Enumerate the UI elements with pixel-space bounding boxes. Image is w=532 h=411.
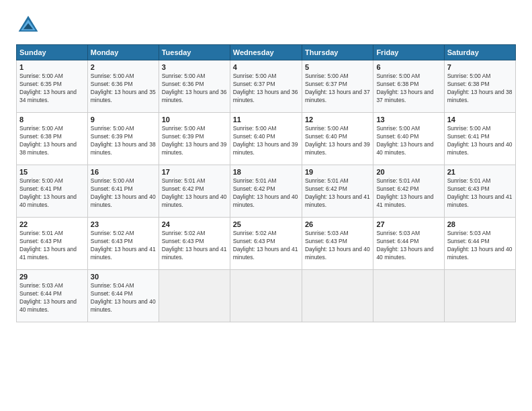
- day-number: 5: [305, 63, 370, 71]
- day-info: Sunrise: 5:01 AMSunset: 6:42 PMDaylight:…: [233, 177, 299, 210]
- day-info: Sunrise: 5:01 AMSunset: 6:42 PMDaylight:…: [305, 177, 370, 210]
- day-number: 4: [233, 63, 299, 71]
- calendar-cell: 23Sunrise: 5:02 AMSunset: 6:43 PMDayligh…: [87, 218, 159, 270]
- day-number: 15: [19, 168, 85, 176]
- day-number: 11: [233, 116, 299, 124]
- day-number: 26: [305, 220, 370, 228]
- day-number: 24: [162, 220, 227, 228]
- calendar-cell: 20Sunrise: 5:01 AMSunset: 6:42 PMDayligh…: [373, 165, 444, 218]
- day-info: Sunrise: 5:00 AMSunset: 6:36 PMDaylight:…: [162, 73, 227, 105]
- calendar-cell: 10Sunrise: 5:00 AMSunset: 6:39 PMDayligh…: [159, 113, 230, 165]
- day-number: 17: [162, 168, 227, 176]
- day-info: Sunrise: 5:03 AMSunset: 6:44 PMDaylight:…: [19, 282, 85, 314]
- day-number: 3: [162, 63, 227, 71]
- calendar-cell: [444, 270, 515, 322]
- calendar-header-sunday: Sunday: [17, 45, 88, 60]
- calendar-cell: 7Sunrise: 5:00 AMSunset: 6:38 PMDaylight…: [444, 60, 515, 113]
- calendar-week-row: 15Sunrise: 5:00 AMSunset: 6:41 PMDayligh…: [17, 165, 516, 218]
- day-info: Sunrise: 5:00 AMSunset: 6:38 PMDaylight:…: [376, 73, 441, 105]
- day-number: 1: [19, 63, 85, 71]
- day-info: Sunrise: 5:04 AMSunset: 6:44 PMDaylight:…: [91, 282, 156, 314]
- calendar-cell: 25Sunrise: 5:02 AMSunset: 6:43 PMDayligh…: [230, 218, 302, 270]
- day-info: Sunrise: 5:00 AMSunset: 6:40 PMDaylight:…: [305, 125, 370, 157]
- calendar-header-monday: Monday: [87, 45, 159, 60]
- calendar-header-tuesday: Tuesday: [159, 45, 230, 60]
- calendar-cell: 24Sunrise: 5:02 AMSunset: 6:43 PMDayligh…: [159, 218, 230, 270]
- calendar-cell: 8Sunrise: 5:00 AMSunset: 6:38 PMDaylight…: [17, 113, 88, 165]
- day-info: Sunrise: 5:00 AMSunset: 6:41 PMDaylight:…: [91, 177, 156, 210]
- calendar-cell: [230, 270, 302, 322]
- calendar-cell: 13Sunrise: 5:00 AMSunset: 6:40 PMDayligh…: [373, 113, 444, 165]
- day-info: Sunrise: 5:00 AMSunset: 6:38 PMDaylight:…: [19, 125, 85, 157]
- calendar-cell: [159, 270, 230, 322]
- calendar-cell: 16Sunrise: 5:00 AMSunset: 6:41 PMDayligh…: [87, 165, 159, 218]
- calendar-week-row: 22Sunrise: 5:01 AMSunset: 6:43 PMDayligh…: [17, 218, 516, 270]
- day-info: Sunrise: 5:00 AMSunset: 6:40 PMDaylight:…: [233, 125, 299, 157]
- day-number: 23: [91, 220, 156, 228]
- day-info: Sunrise: 5:03 AMSunset: 6:44 PMDaylight:…: [376, 230, 441, 262]
- calendar-header-thursday: Thursday: [302, 45, 373, 60]
- day-number: 22: [19, 220, 85, 228]
- day-number: 27: [376, 220, 441, 228]
- calendar-cell: 22Sunrise: 5:01 AMSunset: 6:43 PMDayligh…: [17, 218, 88, 270]
- day-info: Sunrise: 5:00 AMSunset: 6:36 PMDaylight:…: [91, 73, 156, 105]
- day-info: Sunrise: 5:00 AMSunset: 6:35 PMDaylight:…: [19, 73, 85, 105]
- calendar-cell: 21Sunrise: 5:01 AMSunset: 6:43 PMDayligh…: [444, 165, 515, 218]
- day-info: Sunrise: 5:02 AMSunset: 6:43 PMDaylight:…: [233, 230, 299, 262]
- day-info: Sunrise: 5:03 AMSunset: 6:43 PMDaylight:…: [305, 230, 370, 262]
- calendar-week-row: 1Sunrise: 5:00 AMSunset: 6:35 PMDaylight…: [17, 60, 516, 113]
- calendar-header-friday: Friday: [373, 45, 444, 60]
- calendar-header-wednesday: Wednesday: [230, 45, 302, 60]
- day-info: Sunrise: 5:00 AMSunset: 6:41 PMDaylight:…: [447, 125, 513, 157]
- calendar-cell: [373, 270, 444, 322]
- day-number: 28: [447, 220, 513, 228]
- day-number: 19: [305, 168, 370, 176]
- page: SundayMondayTuesdayWednesdayThursdayFrid…: [0, 0, 532, 333]
- calendar-cell: 19Sunrise: 5:01 AMSunset: 6:42 PMDayligh…: [302, 165, 373, 218]
- day-number: 8: [19, 116, 85, 124]
- calendar-cell: 14Sunrise: 5:00 AMSunset: 6:41 PMDayligh…: [444, 113, 515, 165]
- day-number: 10: [162, 116, 227, 124]
- day-number: 2: [91, 63, 156, 71]
- calendar-cell: 9Sunrise: 5:00 AMSunset: 6:39 PMDaylight…: [87, 113, 159, 165]
- day-info: Sunrise: 5:00 AMSunset: 6:38 PMDaylight:…: [447, 73, 513, 105]
- calendar-cell: 17Sunrise: 5:01 AMSunset: 6:42 PMDayligh…: [159, 165, 230, 218]
- day-info: Sunrise: 5:01 AMSunset: 6:43 PMDaylight:…: [19, 230, 85, 262]
- day-info: Sunrise: 5:02 AMSunset: 6:43 PMDaylight:…: [162, 230, 227, 262]
- calendar-cell: 11Sunrise: 5:00 AMSunset: 6:40 PMDayligh…: [230, 113, 302, 165]
- day-number: 13: [376, 116, 441, 124]
- calendar: SundayMondayTuesdayWednesdayThursdayFrid…: [16, 44, 516, 322]
- day-number: 18: [233, 168, 299, 176]
- calendar-header-row: SundayMondayTuesdayWednesdayThursdayFrid…: [17, 45, 516, 60]
- day-number: 7: [447, 63, 513, 71]
- logo: [16, 13, 44, 38]
- calendar-cell: [302, 270, 373, 322]
- calendar-cell: 29Sunrise: 5:03 AMSunset: 6:44 PMDayligh…: [17, 270, 88, 322]
- calendar-cell: 2Sunrise: 5:00 AMSunset: 6:36 PMDaylight…: [87, 60, 159, 113]
- calendar-cell: 5Sunrise: 5:00 AMSunset: 6:37 PMDaylight…: [302, 60, 373, 113]
- calendar-week-row: 29Sunrise: 5:03 AMSunset: 6:44 PMDayligh…: [17, 270, 516, 322]
- calendar-cell: 15Sunrise: 5:00 AMSunset: 6:41 PMDayligh…: [17, 165, 88, 218]
- day-number: 9: [91, 116, 156, 124]
- day-number: 6: [376, 63, 441, 71]
- logo-icon: [16, 13, 40, 38]
- calendar-cell: 18Sunrise: 5:01 AMSunset: 6:42 PMDayligh…: [230, 165, 302, 218]
- day-number: 20: [376, 168, 441, 176]
- calendar-header-saturday: Saturday: [444, 45, 515, 60]
- day-info: Sunrise: 5:00 AMSunset: 6:41 PMDaylight:…: [19, 177, 85, 210]
- day-number: 25: [233, 220, 299, 228]
- calendar-cell: 4Sunrise: 5:00 AMSunset: 6:37 PMDaylight…: [230, 60, 302, 113]
- calendar-cell: 12Sunrise: 5:00 AMSunset: 6:40 PMDayligh…: [302, 113, 373, 165]
- day-info: Sunrise: 5:01 AMSunset: 6:43 PMDaylight:…: [447, 177, 513, 210]
- day-number: 29: [19, 273, 85, 281]
- day-info: Sunrise: 5:00 AMSunset: 6:37 PMDaylight:…: [305, 73, 370, 105]
- day-info: Sunrise: 5:03 AMSunset: 6:44 PMDaylight:…: [447, 230, 513, 262]
- day-number: 16: [91, 168, 156, 176]
- day-info: Sunrise: 5:00 AMSunset: 6:39 PMDaylight:…: [162, 125, 227, 157]
- day-info: Sunrise: 5:00 AMSunset: 6:37 PMDaylight:…: [233, 73, 299, 105]
- day-info: Sunrise: 5:01 AMSunset: 6:42 PMDaylight:…: [162, 177, 227, 210]
- calendar-cell: 28Sunrise: 5:03 AMSunset: 6:44 PMDayligh…: [444, 218, 515, 270]
- calendar-cell: 6Sunrise: 5:00 AMSunset: 6:38 PMDaylight…: [373, 60, 444, 113]
- day-info: Sunrise: 5:00 AMSunset: 6:40 PMDaylight:…: [376, 125, 441, 157]
- calendar-cell: 1Sunrise: 5:00 AMSunset: 6:35 PMDaylight…: [17, 60, 88, 113]
